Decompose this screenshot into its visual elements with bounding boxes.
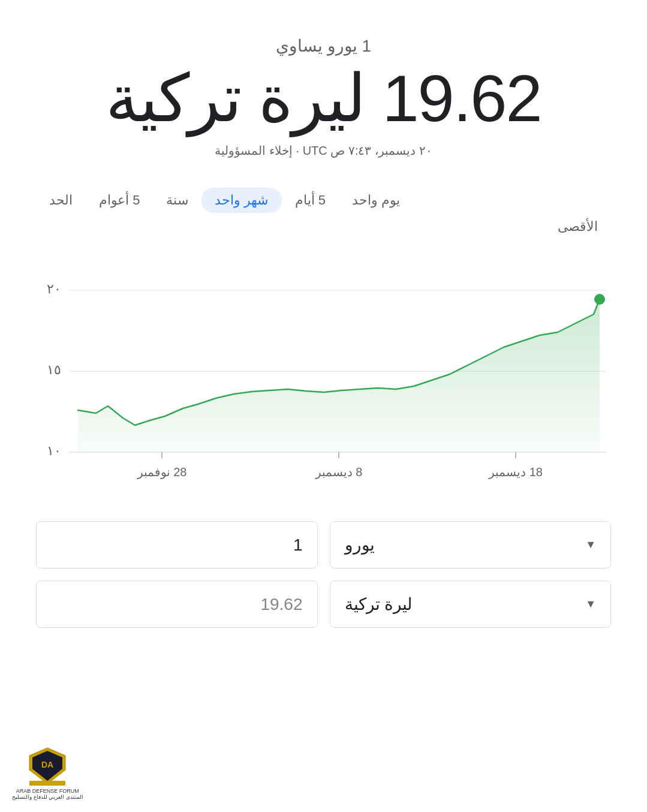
to-currency-label: ليرة تركية: [345, 594, 413, 614]
to-currency-dropdown-icon: ▼: [585, 598, 596, 610]
converter-row-2: ▼ ليرة تركية 19.62: [36, 581, 611, 628]
main-rate: 19.62 ليرة تركية: [36, 62, 611, 134]
chart-endpoint-dot: [594, 294, 605, 305]
filter-btn-one-day[interactable]: يوم واحد: [339, 188, 413, 213]
timestamp: ٢٠ ديسمبر، ٧:٤٣ ص UTC · إخلاء المسؤولية: [36, 143, 611, 158]
filter-row-secondary: الأقصى: [36, 214, 611, 239]
to-currency-value: 19.62: [260, 595, 302, 614]
svg-rect-15: [29, 781, 65, 786]
time-filters: يوم واحد 5 أيام شهر واحد سنة 5 أعوام الح…: [36, 188, 611, 239]
filter-btn-5-years[interactable]: 5 أعوام: [86, 188, 153, 213]
filter-btn-max[interactable]: الأقصى: [544, 214, 611, 239]
watermark: DA ARAB DEFENSE FORUMالمنتدى العربي للدف…: [12, 745, 83, 800]
svg-text:٢٠: ٢٠: [47, 281, 61, 296]
svg-text:١٠: ١٠: [47, 443, 61, 458]
filter-btn-one-month[interactable]: شهر واحد: [201, 188, 281, 213]
svg-text:١٥: ١٥: [47, 362, 61, 377]
filter-btn-5-days[interactable]: 5 أيام: [282, 188, 339, 213]
svg-text:28 نوفمبر: 28 نوفمبر: [137, 465, 187, 479]
filter-btn-limit[interactable]: الحد: [36, 188, 86, 213]
watermark-logo: DA: [26, 745, 68, 787]
filter-row-primary: يوم واحد 5 أيام شهر واحد سنة 5 أعوام الح…: [36, 188, 611, 213]
subtitle: 1 يورو يساوي: [36, 36, 611, 56]
from-currency-value-box: 1: [36, 521, 318, 569]
to-currency-value-box: 19.62: [36, 581, 318, 628]
watermark-text: ARAB DEFENSE FORUMالمنتدى العربي للدفاع …: [12, 788, 83, 800]
chart-svg: ٢٠ ١٥ ١٠ 28 نوفمبر 8 ديسمبر 18 ديسمبر: [36, 263, 611, 491]
filter-btn-year[interactable]: سنة: [153, 188, 201, 213]
to-currency-box[interactable]: ▼ ليرة تركية: [330, 581, 612, 628]
from-currency-label: يورو: [345, 535, 375, 555]
svg-text:8 ديسمبر: 8 ديسمبر: [315, 465, 363, 479]
converter-row-1: ▼ يورو 1: [36, 521, 611, 569]
svg-text:DA: DA: [41, 760, 53, 769]
chart-container: ٢٠ ١٥ ١٠ 28 نوفمبر 8 ديسمبر 18 ديسمبر: [36, 263, 611, 491]
page-container: 1 يورو يساوي 19.62 ليرة تركية ٢٠ ديسمبر،…: [0, 0, 647, 664]
svg-text:18 ديسمبر: 18 ديسمبر: [488, 465, 543, 479]
from-currency-value: 1: [293, 536, 303, 555]
from-currency-dropdown-icon: ▼: [585, 539, 596, 551]
from-currency-box[interactable]: ▼ يورو: [330, 521, 612, 569]
